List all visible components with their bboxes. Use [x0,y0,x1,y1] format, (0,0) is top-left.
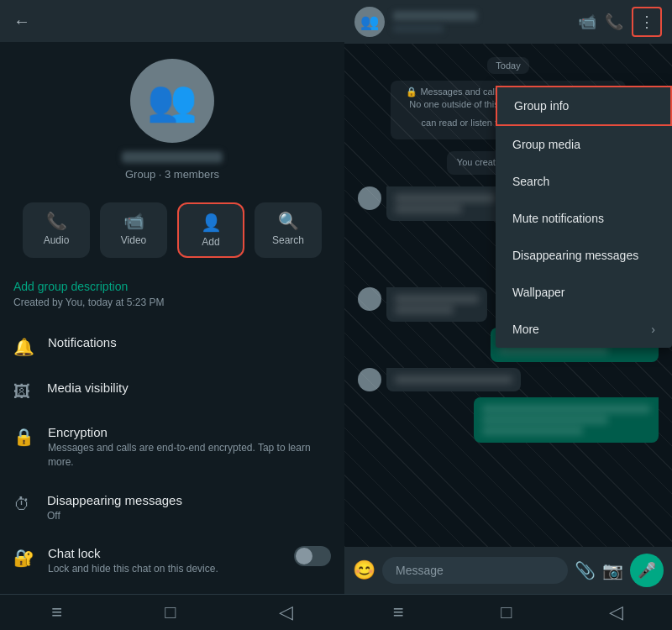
chat-header-icons: 📹 📞 ⋮ [578,7,662,37]
nav-menu-icon[interactable]: ≡ [51,601,62,623]
group-subtitle: Group · 3 members [125,168,219,181]
msg-bubble-6 [474,397,659,443]
chat-input-bar: 😊 Message 📎 📷 🎤 [344,547,672,594]
video-button[interactable]: 📹 Video [100,202,167,258]
video-icon: 📹 [123,211,144,231]
blur-line [482,405,650,413]
add-icon: 👤 [201,213,222,233]
nav-right-back[interactable]: ◁ [609,601,623,623]
dropdown-menu: Group info Group media Search Mute notif… [496,86,672,348]
timer-icon: ⏱ [13,495,34,514]
dropdown-wallpaper[interactable]: Wallpaper [496,274,672,311]
chatlock-subtitle: Lock and hide this chat on this device. [48,562,281,576]
bottom-nav: ≡ □ ◁ [0,594,344,630]
audio-button[interactable]: 📞 Audio [23,202,90,258]
search-label: Search [272,234,304,246]
toggle-knob [296,548,312,564]
action-buttons: 📞 Audio 📹 Video 👤 Add 🔍 Search [0,189,344,271]
chatlock-toggle[interactable] [294,546,331,566]
msg-bubble-3 [386,287,487,322]
add-description-link[interactable]: Add group description [13,280,331,293]
dropdown-group-info[interactable]: Group info [496,86,672,126]
encryption-title: Encryption [48,425,331,439]
blur-line [395,205,462,213]
avatar-section: 👥 Group · 3 members [0,42,344,189]
message-placeholder: Message [396,564,444,577]
settings-chatlock[interactable]: 🔐 Chat lock Lock and hide this chat on t… [0,534,344,588]
settings-media[interactable]: 🖼 Media visibility [0,369,344,413]
settings-encryption[interactable]: 🔒 Encryption Messages and calls are end-… [0,413,344,481]
video-call-icon[interactable]: 📹 [578,13,596,31]
dropdown-mute[interactable]: Mute notifications [496,200,672,237]
attach-button[interactable]: 📎 [575,560,596,580]
settings-disappearing[interactable]: ⏱ Disappearing messages Off [0,481,344,535]
group-name-blur [122,151,223,163]
dropdown-disappearing-label: Disappearing messages [512,249,638,262]
disappearing-subtitle: Off [47,509,331,523]
disappearing-content: Disappearing messages Off [47,493,331,523]
add-button[interactable]: 👤 Add [177,202,244,258]
dropdown-more-label: More [512,323,539,336]
emoji-button[interactable]: 😊 [353,559,375,581]
dropdown-group-info-label: Group info [514,99,569,113]
created-info: Created by You, today at 5:23 PM [13,297,331,308]
back-button[interactable]: ← [13,12,30,31]
dropdown-more[interactable]: More › [496,311,672,348]
media-title: Media visibility [47,381,331,395]
settings-list: 🔔 Notifications 🖼 Media visibility 🔒 Enc… [0,317,344,594]
dropdown-group-media-label: Group media [512,138,580,151]
chat-avatar: 👥 [354,7,385,37]
dropdown-search[interactable]: Search [496,163,672,200]
dropdown-group-media[interactable]: Group media [496,126,672,163]
notifications-title: Notifications [48,335,331,349]
disappearing-title: Disappearing messages [47,493,331,507]
right-panel: 👥 📹 📞 ⋮ Today 🔒 Messages and calls are e… [344,0,672,630]
encryption-content: Encryption Messages and calls are end-to… [48,425,331,470]
bottom-nav-right: ≡ □ ◁ [344,594,672,630]
audio-icon: 📞 [46,211,67,231]
search-button[interactable]: 🔍 Search [255,202,322,258]
dropdown-disappearing[interactable]: Disappearing messages [496,237,672,274]
lock-icon: 🔒 [13,427,34,447]
media-content: Media visibility [47,381,331,395]
settings-notifications[interactable]: 🔔 Notifications [0,323,344,369]
nav-right-menu[interactable]: ≡ [393,601,404,623]
chatlock-toggle-container [294,546,331,566]
dropdown-wallpaper-label: Wallpaper [512,286,565,299]
nav-right-home[interactable]: □ [501,601,512,623]
chat-name-blur [393,11,477,21]
bell-icon: 🔔 [13,337,34,357]
media-icon: 🖼 [13,382,34,402]
more-arrow-icon: › [651,323,655,336]
camera-button[interactable]: 📷 [602,560,623,580]
nav-back-icon[interactable]: ◁ [279,601,293,623]
blur-line [395,295,479,303]
chat-status-blur [393,24,444,33]
audio-label: Audio [44,234,70,246]
nav-home-icon[interactable]: □ [165,601,176,623]
left-header: ← [0,0,344,42]
add-label: Add [202,236,219,248]
encryption-subtitle: Messages and calls are end-to-end encryp… [48,441,331,470]
msg-bubble-5 [386,368,521,391]
avatar: 👥 [130,59,214,143]
chat-body: Today 🔒 Messages and calls are end-to-en… [344,44,672,547]
message-input-field[interactable]: Message [382,557,568,584]
chatlock-content: Chat lock Lock and hide this chat on thi… [48,546,281,576]
blur-line [395,194,496,202]
blur-line [482,416,608,424]
notifications-content: Notifications [48,335,331,349]
settings-permissions[interactable]: ⚙️ Group permissions [0,588,344,594]
group-avatar-icon: 👥 [147,77,197,124]
video-label: Video [121,234,146,246]
description-section: Add group description Created by You, to… [0,271,344,317]
mic-icon: 🎤 [638,561,656,580]
call-icon[interactable]: 📞 [605,13,623,31]
left-panel: ← 👥 Group · 3 members 📞 Audio 📹 Video 👤 … [0,0,344,630]
menu-button[interactable]: ⋮ [632,7,662,37]
blur-line [395,306,454,314]
mic-button[interactable]: 🎤 [630,554,664,587]
msg-bubble-1 [386,186,504,221]
dropdown-search-label: Search [512,175,549,188]
vertical-dots-icon: ⋮ [639,13,654,31]
